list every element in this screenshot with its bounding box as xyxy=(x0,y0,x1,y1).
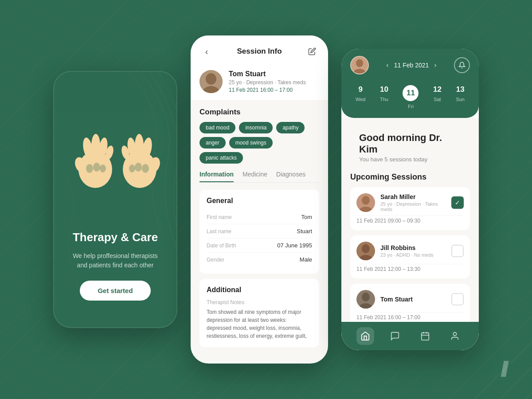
tom-avatar xyxy=(356,290,375,309)
session-info-title: Session Info xyxy=(237,47,282,56)
notification-bell[interactable] xyxy=(454,57,470,73)
sarah-name: Sarah Miller xyxy=(380,193,446,200)
phone-session-info: ‹ Session Info Tom Stuart 25 yo · Depres… xyxy=(191,35,328,364)
tag-panic-attacks: panic attacks xyxy=(200,152,243,164)
patient-name: Tom Stuart xyxy=(229,70,306,78)
greeting-text: Good morning Dr. Kim xyxy=(359,132,461,155)
tab-medicine[interactable]: Medicine xyxy=(243,171,267,182)
nav-home[interactable] xyxy=(356,327,374,345)
svg-point-22 xyxy=(356,59,363,67)
additional-title: Additional xyxy=(207,286,312,294)
bottom-navigation xyxy=(341,322,479,350)
header-top-row: ‹ 11 Feb 2021 › xyxy=(350,56,470,74)
doctor-avatar xyxy=(350,56,369,74)
next-date-button[interactable]: › xyxy=(434,61,436,69)
general-title: General xyxy=(207,197,312,205)
info-row-dob: Date of Birth 07 June 1995 xyxy=(207,239,312,253)
patient-session-date: 11 Feb 2021 16:00 – 17:00 xyxy=(229,87,306,93)
tab-information[interactable]: Information xyxy=(200,171,234,182)
additional-card: Additional Therapist Notes: Tom showed a… xyxy=(200,279,319,347)
therapist-notes: Tom showed all nine symptoms of major de… xyxy=(207,308,312,340)
app-subtitle: We help proffesional therapistsand patie… xyxy=(73,251,158,270)
session-card-jill[interactable]: Jill Robbins 23 yo · ADHD · No meds 11 F… xyxy=(350,235,470,278)
info-row-gender: Gender Male xyxy=(207,253,312,266)
phone-dashboard: ‹ 11 Feb 2021 › 9 Wed 10 Thu 11 xyxy=(341,49,479,350)
svg-point-19 xyxy=(206,73,216,85)
tom-session-time: 11 Feb 2021 16:00 – 17:00 xyxy=(356,312,464,321)
tag-bad-mood: bad mood xyxy=(200,122,235,133)
info-tabs: Information Medicine Diagnoses xyxy=(200,171,319,183)
patient-avatar xyxy=(200,70,223,93)
onboarding-content: Therapy & Care We help proffesional ther… xyxy=(59,231,171,301)
complaints-section: Complaints bad mood insomnia apathy ange… xyxy=(200,108,319,164)
session-check-tom[interactable] xyxy=(451,293,464,305)
session-check-jill[interactable] xyxy=(451,245,464,257)
cal-day-fri-active[interactable]: 11 Fri xyxy=(399,83,422,111)
sarah-avatar xyxy=(356,193,375,212)
sarah-info: Sarah Miller 25 yo · Depression · Takes … xyxy=(380,193,446,212)
session-check-sarah[interactable]: ✓ xyxy=(451,196,464,209)
edit-button[interactable] xyxy=(305,44,319,59)
svg-point-3 xyxy=(91,134,100,157)
jill-info: Jill Robbins 23 yo · ADHD · No meds xyxy=(380,244,446,258)
cal-day-sun[interactable]: 13 Sun xyxy=(452,83,468,111)
svg-point-15 xyxy=(142,164,149,173)
svg-point-28 xyxy=(362,244,370,253)
patient-info: Tom Stuart 25 yo · Depression · Takes me… xyxy=(229,70,306,93)
patient-card: Tom Stuart 25 yo · Depression · Takes me… xyxy=(191,63,328,101)
dashboard-header: ‹ 11 Feb 2021 › 9 Wed 10 Thu 11 xyxy=(341,49,479,118)
tag-mood-swings: mood swings xyxy=(229,137,273,149)
jill-details: 23 yo · ADHD · No meds xyxy=(380,252,446,258)
jill-session-time: 11 Feb 2021 12:00 – 13:30 xyxy=(356,264,464,272)
dashboard-body: Good morning Dr. Kim You have 5 sessions… xyxy=(341,118,479,322)
sarah-session-time: 11 Feb 2021 09:00 – 09:30 xyxy=(356,215,464,224)
nav-calendar[interactable] xyxy=(416,327,434,345)
svg-point-8 xyxy=(100,164,106,172)
general-info-card: General First name Tom Last name Stuart … xyxy=(200,190,319,274)
tom-info: Tom Stuart xyxy=(380,296,446,303)
cal-day-thu[interactable]: 10 Thu xyxy=(376,83,392,111)
svg-point-17 xyxy=(129,164,135,172)
back-button[interactable]: ‹ xyxy=(200,44,214,59)
svg-point-16 xyxy=(135,163,142,172)
svg-point-25 xyxy=(362,196,370,205)
phone-onboarding: Therapy & Care We help proffesional ther… xyxy=(53,71,177,328)
patient-details: 25 yo · Depression · Takes meds xyxy=(229,79,306,86)
nav-profile[interactable] xyxy=(446,327,464,345)
complaints-heading: Complaints xyxy=(200,108,319,117)
info-row-firstname: First name Tom xyxy=(207,210,312,224)
upcoming-sessions-title: Upcoming Sessions xyxy=(350,172,470,182)
hands-illustration xyxy=(66,125,164,196)
calendar-strip: 9 Wed 10 Thu 11 Fri 12 Sat 13 Sun xyxy=(350,80,470,118)
svg-point-7 xyxy=(93,163,100,172)
session-card-sarah[interactable]: Sarah Miller 25 yo · Depression · Takes … xyxy=(350,187,470,230)
cal-day-sat[interactable]: 12 Sat xyxy=(430,83,445,111)
complaints-tags: bad mood insomnia apathy anger mood swin… xyxy=(200,122,319,164)
jill-avatar xyxy=(356,242,375,260)
tag-anger: anger xyxy=(200,137,226,149)
tag-insomnia: insomnia xyxy=(239,122,273,133)
info-row-lastname: Last name Stuart xyxy=(207,224,312,239)
date-navigation: ‹ 11 Feb 2021 › xyxy=(386,61,436,69)
cal-day-wed[interactable]: 9 Wed xyxy=(352,83,369,111)
tab-diagnoses[interactable]: Diagnoses xyxy=(276,171,305,182)
jill-name: Jill Robbins xyxy=(380,244,446,251)
session-card-top-tom: Tom Stuart xyxy=(356,290,464,309)
tag-apathy: apathy xyxy=(276,122,305,133)
svg-point-31 xyxy=(362,293,370,301)
session-header: ‹ Session Info xyxy=(191,35,328,63)
prev-date-button[interactable]: ‹ xyxy=(386,61,388,69)
svg-point-12 xyxy=(135,134,144,157)
get-started-button[interactable]: Get started xyxy=(80,281,150,301)
session-card-top-sarah: Sarah Miller 25 yo · Depression · Takes … xyxy=(356,193,464,212)
nav-chat[interactable] xyxy=(386,327,404,345)
svg-rect-33 xyxy=(422,333,429,340)
session-card-top-jill: Jill Robbins 23 yo · ADHD · No meds xyxy=(356,242,464,260)
current-date: 11 Feb 2021 xyxy=(394,62,429,69)
decoration-slash: // xyxy=(501,357,505,381)
session-card-tom[interactable]: Tom Stuart 11 Feb 2021 16:00 – 17:00 xyxy=(350,284,470,322)
greeting-section: Good morning Dr. Kim You have 5 sessions… xyxy=(350,125,470,167)
notes-label: Therapist Notes: xyxy=(207,299,312,305)
tom-name: Tom Stuart xyxy=(380,296,446,303)
svg-point-37 xyxy=(454,332,457,336)
